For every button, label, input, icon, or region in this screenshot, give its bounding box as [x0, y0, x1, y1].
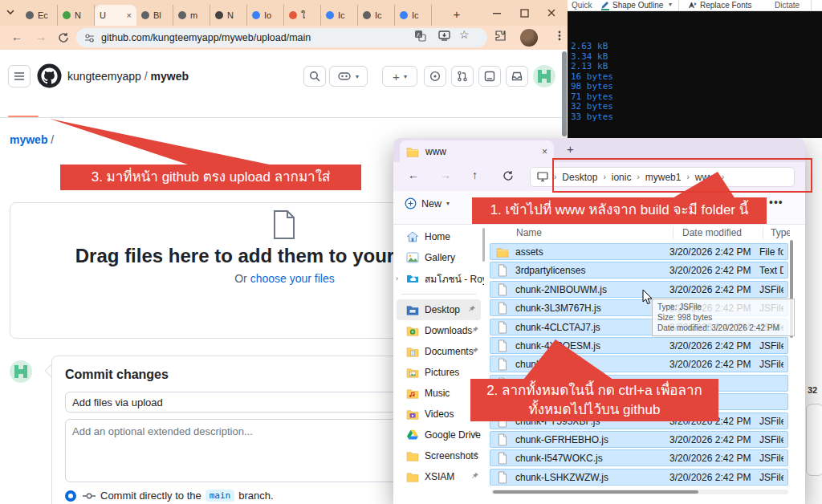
create-new-button[interactable]: +▾ — [382, 66, 417, 87]
browser-tab[interactable]: Ec — [21, 5, 58, 26]
copilot-caret-icon[interactable]: ▾ — [356, 73, 359, 80]
repo-nav-tab[interactable] — [29, 95, 32, 108]
bookmark-star-icon[interactable]: ☆ — [459, 28, 470, 41]
repo-nav-tab[interactable] — [92, 95, 95, 108]
translate-icon[interactable]: A — [414, 30, 426, 42]
file-type: JSFile — [759, 340, 783, 352]
file-row[interactable]: chunk-LSHKZWZW.js 3/20/2026 2:42 PM JSFi… — [490, 469, 788, 486]
explorer-new-tab-button[interactable]: + — [567, 142, 574, 156]
sidebar-item[interactable]: › สมโภชน์ - Royal T — [393, 268, 484, 289]
repo-nav-tab[interactable] — [175, 95, 178, 108]
codespaces-button[interactable] — [478, 66, 501, 87]
sidebar-item[interactable]: Desktop — [397, 299, 481, 320]
sidebar-item[interactable]: Screenshots — [393, 445, 484, 466]
browser-tab[interactable]: Ic — [358, 5, 395, 26]
file-row[interactable]: chunk-GFRHEBHO.js 3/20/2026 2:42 PM JSFi… — [490, 431, 788, 448]
browser-tab[interactable]: Ic — [395, 5, 432, 26]
search-button[interactable] — [303, 66, 326, 87]
see-more-button[interactable]: ••• — [769, 196, 783, 209]
browser-tab[interactable]: Io — [247, 5, 284, 26]
sidebar-item-label: Downloads — [425, 325, 472, 336]
issues-button[interactable] — [424, 66, 446, 87]
path-repo-link[interactable]: myweb — [10, 133, 47, 146]
browser-menu-icon[interactable] — [554, 30, 565, 42]
repo-nav-tab[interactable] — [71, 95, 74, 108]
path-crumb[interactable]: myweb1 — [645, 172, 682, 183]
sidebar-item[interactable]: Downloads — [393, 320, 484, 341]
browser-tab[interactable]: Bl — [136, 5, 173, 26]
browser-tab[interactable]: N — [58, 5, 95, 26]
user-avatar[interactable] — [533, 65, 555, 87]
sidebar-item-label: Pictures — [425, 367, 459, 378]
repo-nav-tab[interactable] — [8, 95, 11, 108]
explorer-refresh-icon[interactable] — [503, 170, 514, 181]
explorer-forward-icon[interactable]: → — [440, 169, 451, 181]
hamburger-menu-button[interactable] — [8, 65, 31, 87]
file-row[interactable]: chunk-ASY….js 3/20/2026 2:42 PM JSFile — [490, 356, 788, 372]
horizontal-scrollbar[interactable] — [491, 490, 788, 494]
pin-icon — [471, 451, 479, 459]
tab-search-icon[interactable] — [5, 6, 18, 19]
quick-styles-button[interactable]: Quick — [572, 1, 592, 10]
path-crumb[interactable]: ionic — [612, 172, 632, 183]
page-scrollbar[interactable] — [562, 51, 567, 136]
new-item-button[interactable]: New ▾ — [405, 197, 450, 209]
sidebar-item[interactable]: Gallery — [393, 247, 484, 268]
commit-direct-radio[interactable] — [65, 490, 76, 502]
tab-close-icon[interactable]: × — [127, 10, 132, 20]
sidebar-item[interactable]: Google Drive — [393, 425, 484, 445]
reload-icon[interactable] — [58, 32, 69, 43]
file-date: 3/20/2026 2:42 PM — [669, 472, 759, 483]
owner-link[interactable]: kungteemyapp — [67, 70, 141, 83]
pull-requests-button[interactable] — [451, 66, 474, 87]
sidebar-item[interactable]: Documents — [393, 341, 484, 362]
close-button[interactable] — [539, 3, 564, 22]
forward-icon[interactable]: → — [35, 30, 47, 43]
browser-tab[interactable]: Ic — [321, 5, 358, 26]
dictate-button[interactable]: Dictate — [775, 1, 800, 10]
tab-title: U — [100, 10, 106, 20]
path-crumb[interactable]: Desktop — [562, 172, 597, 183]
back-icon[interactable]: ← — [11, 30, 22, 43]
repo-nav-tab[interactable] — [112, 95, 116, 108]
browser-tab[interactable]: U × — [95, 5, 136, 26]
choose-files-link[interactable]: choose your files — [250, 272, 335, 285]
extensions-icon[interactable] — [494, 30, 507, 42]
file-row[interactable]: chunk-4YPOESM.js 3/20/2026 2:42 PM JSFil… — [490, 337, 788, 354]
install-icon[interactable] — [438, 30, 450, 42]
copilot-button[interactable]: ▾ — [329, 66, 368, 87]
repo-nav-tab[interactable] — [133, 95, 136, 108]
new-tab-button[interactable]: + — [450, 7, 464, 21]
explorer-tab[interactable]: www × — [400, 140, 554, 162]
this-pc-icon — [537, 172, 548, 182]
browser-tab[interactable]: m — [173, 5, 210, 26]
file-row[interactable]: chunk-I547WOKC.js 3/20/2026 2:42 PM JSFi… — [490, 449, 788, 466]
path-crumb[interactable]: www — [695, 172, 716, 183]
minimize-button[interactable] — [485, 3, 509, 22]
github-logo-icon[interactable] — [37, 63, 62, 88]
repo-link[interactable]: myweb — [151, 70, 189, 83]
file-row[interactable]: 3rdpartylicenses 3/20/2026 2:42 PM Text … — [490, 262, 788, 278]
browser-tab[interactable]: N — [210, 5, 247, 26]
replace-fonts-button[interactable]: Replace Fonts — [700, 1, 751, 10]
sidebar-item[interactable]: Home — [393, 226, 484, 247]
file-icon — [496, 264, 509, 277]
profile-avatar[interactable] — [520, 29, 538, 47]
inbox-button[interactable] — [506, 66, 528, 87]
repo-nav-tab[interactable] — [50, 95, 53, 108]
site-info-icon[interactable] — [84, 33, 95, 43]
browser-tab[interactable]: ใ — [284, 5, 321, 26]
sidebar-scrollbar[interactable] — [482, 228, 485, 262]
explorer-up-icon[interactable]: ↑ — [472, 169, 478, 181]
sidebar-item[interactable]: XSIAM — [393, 466, 484, 487]
file-row[interactable]: chunk-2NIBOUWM.js 3/20/2026 2:42 PM JSFi… — [490, 281, 788, 298]
vertical-scrollbar[interactable] — [790, 236, 794, 477]
explorer-back-icon[interactable]: ← — [408, 169, 419, 181]
file-row[interactable]: assets 3/20/2026 2:42 PM File folder — [490, 243, 788, 260]
shape-outline-button[interactable]: Shape Outline — [612, 1, 663, 10]
expander-chevron-icon[interactable]: › — [396, 274, 398, 282]
maximize-button[interactable] — [512, 3, 536, 22]
repo-nav-tab[interactable] — [154, 95, 157, 108]
explorer-tab-close-icon[interactable]: × — [542, 146, 547, 157]
explorer-path-box[interactable]: › Desktop › ionic › myweb1 › www › — [530, 167, 795, 187]
